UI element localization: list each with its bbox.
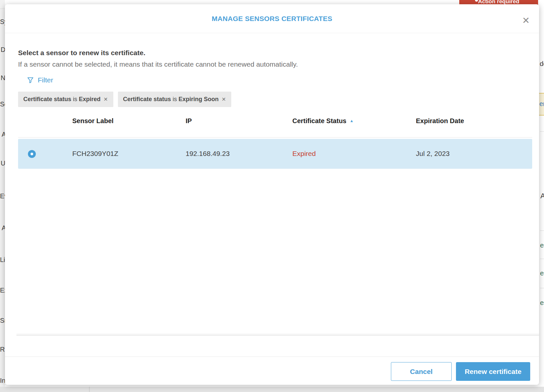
chip-remove-icon[interactable]: ✕: [222, 96, 226, 102]
chip-field: Certificate status: [123, 96, 171, 103]
chip-operator: is: [173, 96, 177, 103]
sidebar-item-fragment: A: [2, 224, 5, 232]
background-link-fragment: er: [539, 100, 544, 108]
filter-chip-expiring-soon: Certificate status is Expiring Soon ✕: [118, 92, 231, 107]
active-filters: Certificate status is Expired ✕ Certific…: [18, 92, 231, 107]
table-header: Sensor Label IP Certificate Status▲ Expi…: [18, 113, 532, 137]
background-value-fragment: es: [540, 270, 544, 277]
sidebar-item-fragment: U: [1, 160, 5, 167]
sidebar-item-fragment: D: [1, 46, 5, 54]
sidebar-item-fragment: Li: [0, 256, 5, 264]
sidebar-item-fragment: Ri: [0, 346, 5, 353]
background-divider: [540, 288, 544, 288]
background-divider: [540, 131, 544, 132]
sort-asc-icon: ▲: [350, 119, 354, 123]
sidebar-item-fragment: A: [2, 131, 5, 138]
sensors-table: Sensor Label IP Certificate Status▲ Expi…: [18, 113, 532, 137]
table-header-divider: [18, 137, 532, 138]
sidebar-item-fragment: N: [1, 74, 5, 82]
chip-field: Certificate status: [23, 96, 71, 103]
filter-icon: [27, 77, 34, 84]
column-header-ip[interactable]: IP: [186, 117, 192, 125]
sidebar-item-fragment: In: [0, 377, 5, 384]
background-text-fragment: do: [540, 60, 544, 68]
background-value-fragment: es: [540, 299, 544, 307]
cell-sensor-label: FCH2309Y01Z: [72, 150, 118, 158]
sidebar-item-fragment: Ex: [0, 287, 5, 294]
cell-expiration-date: Jul 2, 2023: [416, 150, 450, 158]
intro-heading: Select a sensor to renew its certificate…: [18, 49, 146, 57]
sidebar-divider: [0, 9, 5, 9]
filter-chip-expired: Certificate status is Expired ✕: [18, 92, 113, 107]
filter-label: Filter: [38, 76, 53, 84]
intro-subtext: If a sensor cannot be selected, it means…: [18, 60, 298, 68]
page-bottom-band: [0, 387, 544, 392]
background-text-fragment: A: [540, 192, 544, 200]
screen: Sy D N Se A U Ev A Li Ex Sn Ri In Action…: [0, 0, 544, 392]
page-bottom-seam: [89, 387, 90, 392]
row-radio-selected[interactable]: [28, 150, 36, 158]
sidebar-item-fragment: Se: [0, 100, 5, 108]
background-divider: [540, 230, 544, 231]
manage-sensors-certificates-dialog: MANAGE SENSORS CERTIFICATES ✕ Select a s…: [5, 4, 539, 385]
filter-button[interactable]: Filter: [27, 76, 53, 84]
column-header-certificate-status[interactable]: Certificate Status▲: [292, 117, 353, 125]
close-icon[interactable]: ✕: [519, 14, 533, 27]
renew-certificate-button[interactable]: Renew certificate: [456, 362, 530, 381]
footer-divider: [5, 357, 539, 357]
table-bottom-divider: [16, 335, 539, 336]
chip-operator: is: [73, 96, 77, 103]
header-divider: [5, 33, 539, 33]
background-sidebar: Sy D N Se A U Ev A Li Ex Sn Ri In: [0, 0, 5, 392]
background-value-fragment: es: [540, 242, 544, 249]
sidebar-item-fragment: Ev: [0, 192, 5, 200]
sidebar-item-fragment: Sn: [0, 317, 5, 324]
cell-ip: 192.168.49.23: [186, 150, 230, 158]
sidebar-item-fragment: Sy: [0, 18, 5, 26]
cancel-button[interactable]: Cancel: [391, 362, 452, 381]
cell-certificate-status: Expired: [292, 150, 316, 158]
background-divider: [540, 259, 544, 259]
table-row[interactable]: FCH2309Y01Z 192.168.49.23 Expired Jul 2,…: [18, 139, 532, 169]
chip-remove-icon[interactable]: ✕: [103, 96, 108, 102]
chip-value: Expiring Soon: [179, 96, 219, 103]
column-header-expiration-date[interactable]: Expiration Date: [416, 117, 464, 125]
table-bottom-shadow: [16, 333, 539, 335]
column-header-sensor-label[interactable]: Sensor Label: [72, 117, 114, 125]
dialog-title: MANAGE SENSORS CERTIFICATES: [5, 15, 539, 23]
chip-value: Expired: [79, 96, 101, 103]
